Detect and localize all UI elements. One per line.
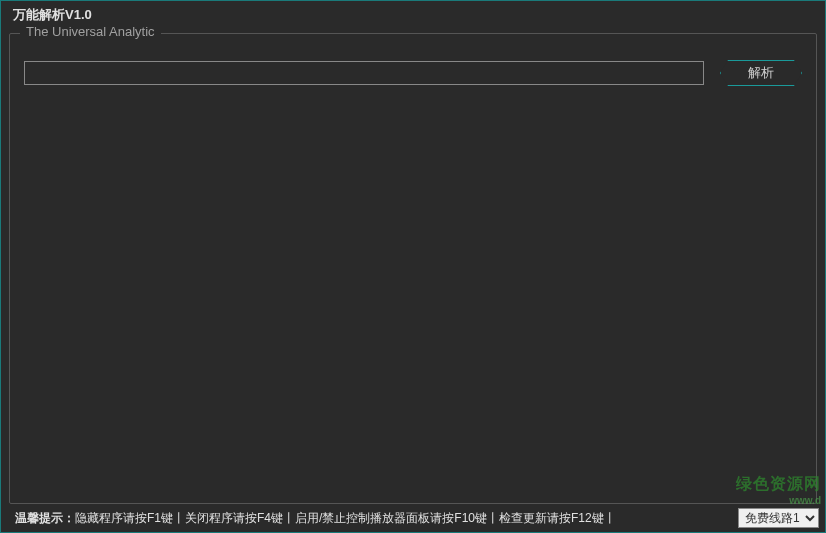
watermark-main: 绿色资源网 (736, 475, 821, 492)
main-group-box: The Universal Analytic 解析 (9, 33, 817, 504)
group-title: The Universal Analytic (20, 24, 161, 39)
hints-prefix: 温馨提示： (15, 511, 75, 525)
line-select[interactable]: 免费线路1 (738, 508, 819, 528)
url-input[interactable] (24, 61, 704, 85)
watermark: 绿色资源网 www.d (736, 474, 821, 506)
watermark-sub: www.d (736, 495, 821, 506)
parse-button[interactable]: 解析 (720, 60, 802, 86)
hints-body: 隐藏程序请按F1键丨关闭程序请按F4键丨启用/禁止控制播放器面板请按F10键丨检… (75, 511, 616, 525)
window-title: 万能解析V1.0 (13, 6, 92, 24)
input-row: 解析 (10, 34, 816, 86)
statusbar: 温馨提示：隐藏程序请按F1键丨关闭程序请按F4键丨启用/禁止控制播放器面板请按F… (1, 508, 825, 532)
hints-text: 温馨提示：隐藏程序请按F1键丨关闭程序请按F4键丨启用/禁止控制播放器面板请按F… (15, 510, 616, 527)
